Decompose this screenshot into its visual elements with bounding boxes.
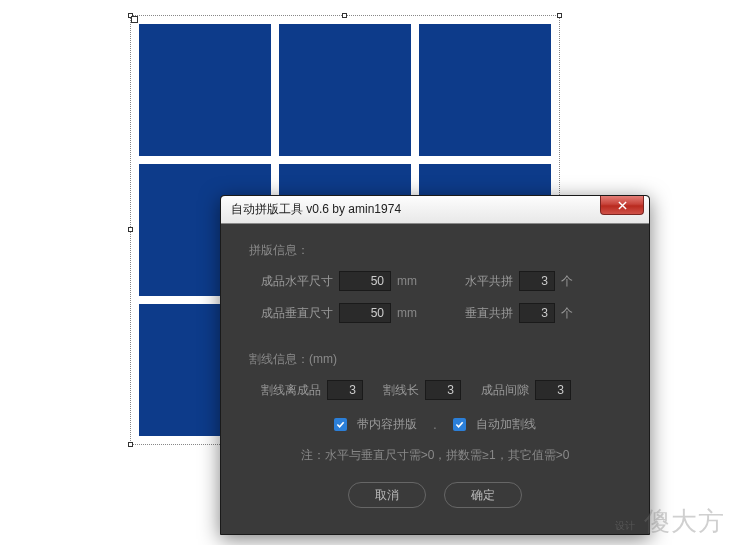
auto-cutline-label: 自动加割线	[476, 416, 536, 433]
cutline-row: 割线离成品 割线长 成品间隙	[249, 380, 621, 400]
gap-label: 成品间隙	[481, 382, 529, 399]
title-bar[interactable]: 自动拼版工具 v0.6 by amin1974	[221, 196, 649, 224]
resize-handle-tl[interactable]	[128, 13, 133, 18]
auto-cutline-checkbox[interactable]	[453, 418, 466, 431]
cutline-section-label: 割线信息：(mm)	[249, 351, 621, 368]
grid-cell	[139, 24, 271, 156]
grid-cell	[419, 24, 551, 156]
note-text: 注：水平与垂直尺寸需>0，拼数需≥1，其它值需>0	[249, 447, 621, 464]
horiz-count-label: 水平共拼	[465, 273, 513, 290]
separator-dot: .	[433, 418, 436, 432]
horiz-size-unit: mm	[397, 274, 417, 288]
dialog-title: 自动拼版工具 v0.6 by amin1974	[231, 201, 401, 218]
vert-size-label: 成品垂直尺寸	[261, 305, 333, 322]
resize-handle-tm[interactable]	[342, 13, 347, 18]
horiz-size-row: 成品水平尺寸 mm 水平共拼 个	[249, 271, 621, 291]
with-content-checkbox[interactable]	[334, 418, 347, 431]
cut-len-label: 割线长	[383, 382, 419, 399]
imposition-section-label: 拼版信息：	[249, 242, 621, 259]
vert-count-label: 垂直共拼	[465, 305, 513, 322]
resize-handle-bl[interactable]	[128, 442, 133, 447]
close-button[interactable]	[600, 196, 644, 215]
ok-button[interactable]: 确定	[444, 482, 522, 508]
resize-handle-tr[interactable]	[557, 13, 562, 18]
vert-size-input[interactable]	[339, 303, 391, 323]
grid-cell	[279, 24, 411, 156]
vert-size-unit: mm	[397, 306, 417, 320]
auto-imposition-dialog: 自动拼版工具 v0.6 by amin1974 拼版信息： 成品水平尺寸 mm …	[220, 195, 650, 535]
watermark: 傻大方	[644, 504, 725, 539]
horiz-size-input[interactable]	[339, 271, 391, 291]
vert-count-input[interactable]	[519, 303, 555, 323]
with-content-label: 带内容拼版	[357, 416, 417, 433]
checkbox-row: 带内容拼版 . 自动加割线	[249, 416, 621, 433]
horiz-count-input[interactable]	[519, 271, 555, 291]
gap-input[interactable]	[535, 380, 571, 400]
horiz-count-unit: 个	[561, 273, 573, 290]
cut-dist-input[interactable]	[327, 380, 363, 400]
close-icon	[617, 201, 628, 210]
cut-len-input[interactable]	[425, 380, 461, 400]
horiz-size-label: 成品水平尺寸	[261, 273, 333, 290]
check-icon	[455, 420, 464, 429]
cut-dist-label: 割线离成品	[261, 382, 321, 399]
vert-count-unit: 个	[561, 305, 573, 322]
vert-size-row: 成品垂直尺寸 mm 垂直共拼 个	[249, 303, 621, 323]
resize-handle-ml[interactable]	[128, 227, 133, 232]
cancel-button[interactable]: 取消	[348, 482, 426, 508]
button-row: 取消 确定	[249, 482, 621, 514]
dialog-body: 拼版信息： 成品水平尺寸 mm 水平共拼 个 成品垂直尺寸 mm 垂直共拼 个 …	[221, 224, 649, 534]
check-icon	[336, 420, 345, 429]
